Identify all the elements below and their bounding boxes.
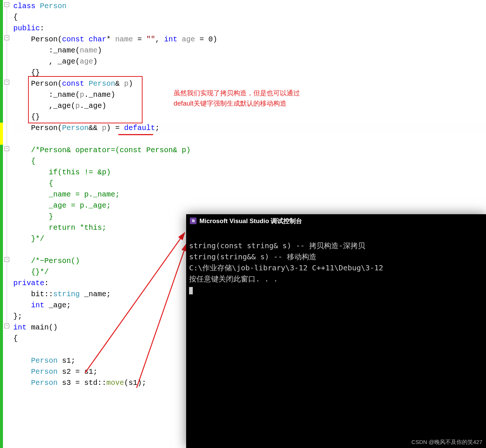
change-marker <box>0 123 3 145</box>
comment: if(this != &p) <box>12 167 486 178</box>
comment: _age = p._age; <box>12 200 486 211</box>
annotation-text: 虽然我们实现了拷贝构造，但是也可以通过 default关键字强制生成默认的移动构… <box>174 88 300 109</box>
comment: _name = p._name; <box>12 189 486 200</box>
comment: { <box>12 178 486 189</box>
console-icon: ⧉ <box>190 218 196 224</box>
fold-toggle[interactable]: − <box>4 257 9 262</box>
comment: { <box>12 156 486 167</box>
keyword-private: private <box>13 279 44 287</box>
debug-console: ⧉ Microsoft Visual Studio 调试控制台 string(c… <box>186 214 486 448</box>
empty-braces: {} <box>12 67 486 78</box>
fold-toggle[interactable]: − <box>4 80 9 85</box>
console-titlebar[interactable]: ⧉ Microsoft Visual Studio 调试控制台 <box>186 214 486 228</box>
fold-column: − − − − − − <box>3 0 12 448</box>
console-output: string(const string& s) -- 拷贝构造-深拷贝strin… <box>186 228 486 308</box>
comment: /*Person& operator=(const Person& p) <box>12 145 486 156</box>
fold-toggle[interactable]: − <box>4 35 9 40</box>
underline-annotation <box>118 134 153 135</box>
brace-open: { <box>12 12 486 23</box>
keyword-class: class <box>13 2 35 10</box>
watermark: CSDN @晚风不及你的笑427 <box>411 439 482 446</box>
keyword-public: public <box>13 24 40 33</box>
cursor <box>189 287 193 294</box>
console-title-text: Microsoft Visual Studio 调试控制台 <box>199 217 302 225</box>
class-name: Person <box>40 2 66 10</box>
change-gutter <box>0 0 3 448</box>
fold-toggle[interactable]: − <box>4 146 9 151</box>
fold-toggle[interactable]: − <box>4 2 9 7</box>
empty-braces: {} <box>12 112 486 123</box>
fold-toggle[interactable]: − <box>4 324 9 328</box>
